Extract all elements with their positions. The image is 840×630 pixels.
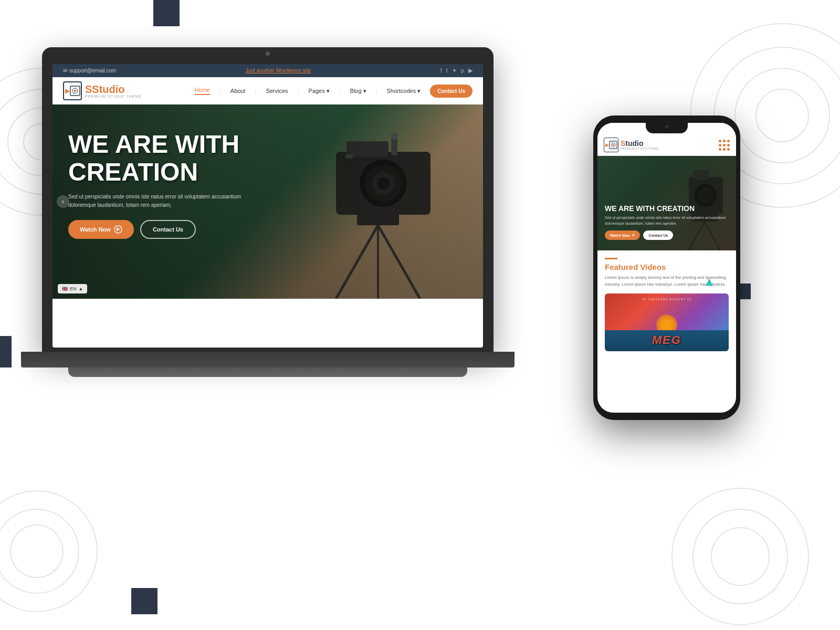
bg-square-3 [131, 588, 158, 614]
svg-rect-41 [709, 167, 712, 177]
hero-buttons: Watch Now ▶ Contact Us [68, 220, 378, 239]
svg-point-13 [711, 528, 769, 585]
facebook-icon[interactable]: f [440, 67, 442, 74]
nav-links: Home | About | Services | Pages ▾ | Blog… [195, 85, 472, 98]
phone-menu-dots[interactable] [719, 140, 730, 151]
svg-point-10 [10, 525, 63, 578]
contact-outline-button[interactable]: Contact Us [140, 220, 196, 239]
email-text: support@email.com [69, 68, 116, 74]
phone-hero-buttons: Watch Now ⊙ Contact Us [605, 230, 729, 240]
svg-rect-27 [391, 137, 397, 155]
bg-square-1 [153, 0, 180, 26]
svg-point-11 [672, 488, 808, 625]
phone-logo-text-area: Studio PREMIUM STUDIO THEME [621, 140, 659, 150]
svg-point-28 [391, 132, 398, 140]
hero-title: WE ARE WITH CREATION [68, 131, 378, 186]
tagline-text: Just another Wordpress site [246, 68, 311, 74]
contact-button[interactable]: Contact Us [430, 85, 472, 98]
hero-content: WE ARE WITH CREATION Sed ut perspiciatis… [68, 131, 378, 239]
nav-home[interactable]: Home [195, 87, 210, 95]
phone-featured-title: Featured Videos [605, 262, 729, 271]
pinterest-icon[interactable]: p [461, 67, 464, 74]
hero-prev-button[interactable]: ‹ [57, 195, 69, 208]
nav-blog[interactable]: Blog ▾ [350, 88, 366, 94]
instagram-icon[interactable]: ✦ [452, 67, 457, 74]
laptop-foot [68, 368, 467, 377]
email-icon: ✉ [63, 68, 67, 74]
logo-name: SStudio [85, 84, 142, 94]
svg-point-40 [701, 191, 710, 200]
phone-hero-title: WE ARE WITH CREATION [605, 204, 729, 213]
laptop-screen: ✉ support@email.com Just another Wordpre… [52, 64, 483, 348]
bg-square-4 [0, 336, 12, 368]
deco-circles-bottom-right [667, 483, 814, 630]
svg-point-6 [735, 68, 830, 163]
nav-services[interactable]: Services [266, 88, 288, 94]
nav-about[interactable]: About [230, 88, 246, 94]
laptop-base [21, 352, 514, 368]
screen-navbar: SStudio PREMIUM STUDIO THEME Home | Abou… [52, 77, 483, 104]
phone-hero-content: WE ARE WITH CREATION Sed ut perspiciatis… [605, 204, 729, 240]
nav-shortcodes[interactable]: Shortcodes ▾ [387, 88, 421, 94]
email-area: ✉ support@email.com [63, 68, 116, 74]
movie-title: MEG [605, 333, 729, 347]
laptop-body: ✉ support@email.com Just another Wordpre… [42, 47, 494, 352]
movie-release-text: IN THEATERS AUGUST 10 [605, 298, 729, 301]
twitter-icon[interactable]: t [446, 67, 448, 74]
phone-logo-sub: PREMIUM STUDIO THEME [621, 147, 659, 150]
svg-marker-16 [74, 89, 77, 92]
deco-circles-bottom-left [0, 488, 100, 614]
phone-contact-button[interactable]: Contact Us [643, 230, 673, 240]
svg-rect-37 [693, 170, 709, 180]
screen-topbar: ✉ support@email.com Just another Wordpre… [52, 64, 483, 77]
svg-marker-32 [612, 144, 615, 146]
play-icon: ▶ [114, 225, 122, 234]
hero-description: Sed ut perspiciatis unde omnis iste natu… [68, 193, 247, 209]
phone-logo: Studio PREMIUM STUDIO THEME [604, 138, 659, 152]
language-selector[interactable]: 🇬🇧 EN ▲ [58, 284, 87, 293]
phone-hero-desc: Sed ut perspiciatis unde omnis iste natu… [605, 215, 729, 226]
phone-section-accent [605, 258, 617, 259]
logo-icon [63, 81, 82, 100]
laptop-mockup: ✉ support@email.com Just another Wordpre… [42, 47, 514, 467]
svg-point-9 [0, 509, 79, 593]
phone-camera [665, 125, 668, 128]
laptop-camera [266, 51, 270, 56]
phone-logo-icon [604, 138, 618, 152]
phone-screen: Studio PREMIUM STUDIO THEME [597, 123, 736, 413]
phone-featured-section: Featured Videos Lorem Ipsum is simply du… [597, 250, 736, 356]
phone-mockup: Studio PREMIUM STUDIO THEME [593, 116, 740, 420]
svg-point-26 [377, 177, 390, 190]
phone-featured-desc: Lorem Ipsum is simply dummy text of the … [605, 275, 729, 288]
svg-line-18 [378, 225, 420, 299]
svg-point-12 [693, 509, 788, 604]
youtube-icon[interactable]: ▶ [468, 67, 472, 74]
logo-subtitle: PREMIUM STUDIO THEME [85, 94, 142, 98]
watch-now-button[interactable]: Watch Now ▶ [68, 220, 134, 239]
phone-logo-name: Studio [621, 140, 659, 147]
svg-point-8 [0, 491, 97, 612]
logo-area: SStudio PREMIUM STUDIO THEME [63, 81, 142, 100]
phone-play-icon: ⊙ [632, 233, 635, 237]
svg-point-7 [756, 89, 808, 142]
phone-navbar: Studio PREMIUM STUDIO THEME [597, 134, 736, 156]
phone-body: Studio PREMIUM STUDIO THEME [593, 116, 740, 420]
phone-movie-card: IN THEATERS AUGUST 10 MEG [605, 293, 729, 351]
nav-pages[interactable]: Pages ▾ [308, 88, 329, 94]
phone-notch [646, 123, 688, 133]
phone-hero: WE ARE WITH CREATION Sed ut perspiciatis… [597, 156, 736, 250]
hero-section: WE ARE WITH CREATION Sed ut perspiciatis… [52, 104, 483, 299]
logo-text-area: SStudio PREMIUM STUDIO THEME [85, 84, 142, 98]
social-icons: f t ✦ p ▶ [440, 67, 472, 74]
phone-watch-button[interactable]: Watch Now ⊙ [605, 230, 640, 240]
